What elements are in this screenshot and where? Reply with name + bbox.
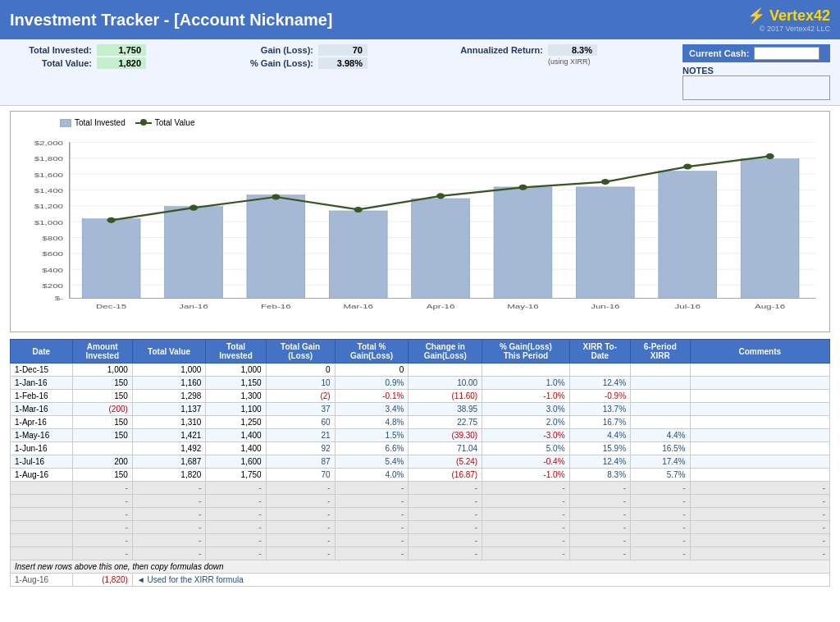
table-cell	[631, 364, 690, 377]
data-table: Date AmountInvested Total Value TotalInv…	[10, 339, 830, 587]
table-cell: 38.95	[409, 403, 482, 416]
annualized-row: Annualized Return: 8.3%	[436, 44, 600, 56]
annualized-note: (using XIRR)	[548, 57, 591, 66]
current-cash-input[interactable]: -	[754, 47, 819, 60]
pct-gain-value: 3.98%	[318, 57, 368, 69]
table-cell	[409, 364, 482, 377]
table-cell: 60	[266, 416, 335, 429]
table-cell: 2.0%	[482, 416, 569, 429]
empty-cell: -	[569, 482, 631, 495]
table-cell: 1.5%	[335, 429, 409, 442]
table-cell: 1-Jul-16	[11, 455, 73, 469]
empty-cell: -	[206, 534, 266, 547]
col-date: Date	[11, 340, 73, 364]
svg-point-38	[601, 179, 609, 185]
empty-cell: -	[266, 521, 335, 534]
svg-text:$1,000: $1,000	[34, 218, 64, 226]
table-cell: 4.4%	[631, 429, 690, 442]
empty-cell: -	[409, 521, 482, 534]
svg-point-34	[272, 194, 280, 200]
svg-text:Apr-16: Apr-16	[427, 303, 455, 310]
svg-text:May-16: May-16	[507, 303, 539, 310]
empty-cell: -	[206, 521, 266, 534]
copyright: © 2017 Vertex42 LLC	[760, 25, 830, 33]
empty-cell: -	[482, 534, 569, 547]
empty-cell: -	[132, 508, 206, 521]
table-cell: 12.4%	[569, 377, 631, 390]
svg-rect-31	[741, 159, 799, 299]
empty-cell: -	[335, 508, 409, 521]
app-header: Investment Tracker - [Account Nickname] …	[0, 0, 840, 39]
table-cell: 5.0%	[482, 442, 569, 455]
col-gain-loss: Total Gain(Loss)	[266, 340, 335, 364]
pct-gain-label: % Gain (Loss):	[231, 58, 313, 68]
svg-rect-28	[494, 187, 552, 299]
table-cell: 70	[266, 469, 335, 482]
table-cell: 1-Jan-16	[11, 377, 73, 390]
col-amount: AmountInvested	[72, 340, 132, 364]
table-cell: 22.75	[409, 416, 482, 429]
empty-cell: -	[569, 547, 631, 560]
empty-cell: -	[569, 508, 631, 521]
table-cell: 1,687	[132, 455, 206, 469]
table-cell: 150	[72, 416, 132, 429]
svg-text:$1,800: $1,800	[34, 155, 64, 162]
col-total-value: Total Value	[132, 340, 206, 364]
total-value-value: 1,820	[97, 57, 146, 69]
summary-bar: Total Invested: 1,750 Total Value: 1,820…	[0, 39, 840, 106]
legend-value-label: Total Value	[155, 118, 195, 127]
table-cell: 0	[266, 364, 335, 377]
table-cell: 37	[266, 403, 335, 416]
table-cell: 15.9%	[569, 442, 631, 455]
empty-row: ----------	[11, 508, 830, 521]
table-cell	[690, 377, 830, 390]
table-cell: 1,000	[206, 364, 266, 377]
total-invested-value: 1,750	[97, 44, 146, 56]
data-table-section: Date AmountInvested Total Value TotalInv…	[0, 336, 840, 590]
legend-invested-label: Total Invested	[75, 118, 126, 127]
table-cell: -1.0%	[482, 469, 569, 482]
table-row: 1-Feb-161501,2981,300(2)-0.1%(11.60)-1.0…	[11, 390, 830, 403]
notes-box[interactable]	[682, 75, 830, 100]
svg-rect-26	[329, 211, 387, 298]
empty-cell: -	[409, 547, 482, 560]
empty-cell: -	[409, 508, 482, 521]
empty-cell: -	[482, 482, 569, 495]
empty-cell: -	[690, 508, 830, 521]
table-cell: 1-Jun-16	[11, 442, 73, 455]
svg-text:Jan-16: Jan-16	[179, 303, 208, 310]
empty-cell: -	[72, 521, 132, 534]
table-cell: 1,600	[206, 455, 266, 469]
table-cell: 1,820	[132, 469, 206, 482]
empty-cell: -	[132, 495, 206, 508]
table-cell: 1.0%	[482, 377, 569, 390]
svg-rect-24	[165, 207, 223, 299]
table-cell	[690, 469, 830, 482]
empty-cell: -	[569, 495, 631, 508]
table-cell: 4.0%	[335, 469, 409, 482]
table-cell: 1,750	[206, 469, 266, 482]
empty-cell	[11, 534, 73, 547]
table-cell: 5.7%	[631, 469, 690, 482]
legend-line-icon	[135, 122, 152, 124]
svg-text:$1,600: $1,600	[34, 171, 64, 178]
table-cell: 0.9%	[335, 377, 409, 390]
summary-mid2: Annualized Return: 8.3% (using XIRR)	[436, 44, 600, 66]
table-cell: -1.0%	[482, 390, 569, 403]
annualized-note-row: (using XIRR)	[436, 57, 600, 66]
empty-cell: -	[482, 495, 569, 508]
table-cell	[569, 364, 631, 377]
empty-cell	[11, 482, 73, 495]
empty-cell: -	[72, 508, 132, 521]
empty-cell: -	[631, 495, 690, 508]
table-cell	[690, 390, 830, 403]
chart-legend: Total Invested Total Value	[60, 118, 194, 127]
empty-cell: -	[206, 495, 266, 508]
svg-point-32	[107, 217, 115, 223]
svg-text:Jun-16: Jun-16	[591, 303, 620, 310]
empty-cell: -	[569, 521, 631, 534]
empty-cell: -	[409, 495, 482, 508]
empty-cell: -	[206, 508, 266, 521]
table-row: 1-May-161501,4211,400211.5%(39.30)-3.0%4…	[11, 429, 830, 442]
table-cell: 92	[266, 442, 335, 455]
